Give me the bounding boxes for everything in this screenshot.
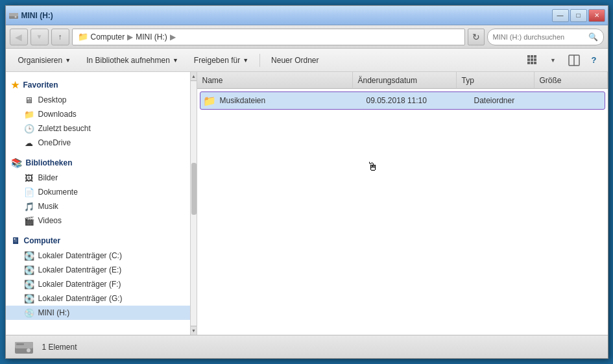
file-area: Name Änderungsdatum Typ Größe 📁 Musikdat… (197, 72, 608, 335)
sidebar-item-recent[interactable]: 🕒 Zuletzt besucht (6, 121, 197, 136)
svg-rect-11 (534, 62, 536, 64)
breadcrumb-part-computer: Computer (91, 32, 125, 42)
address-path[interactable]: 📁 Computer ▶ MINI (H:) ▶ (72, 29, 465, 45)
sidebar-item-drive-g[interactable]: 💽 Lokaler Datenträger (G:) (6, 291, 197, 306)
sidebar-item-desktop[interactable]: 🖥 Desktop (6, 93, 197, 107)
preview-icon (568, 55, 580, 66)
mouse-cursor: 🖱 (367, 160, 379, 174)
sidebar-item-onedrive[interactable]: ☁ OneDrive (6, 136, 197, 150)
status-count: 1 Element (42, 343, 77, 352)
recent-label: Zuletzt besucht (38, 124, 91, 133)
documents-icon: 📄 (24, 187, 34, 197)
downloads-label: Downloads (38, 110, 77, 119)
col-header-name[interactable]: Name (197, 72, 353, 88)
maximize-button[interactable]: □ (570, 9, 587, 22)
drive-c-icon: 💽 (24, 250, 34, 261)
back-button[interactable]: ◀ (10, 29, 28, 45)
file-list: 📁 Musikdateien 09.05.2018 11:10 Dateiord… (197, 89, 608, 335)
address-bar: ◀ ▼ ↑ 📁 Computer ▶ MINI (H:) ▶ ↻ 🔍 (6, 25, 608, 49)
col-header-date[interactable]: Änderungsdatum (353, 72, 457, 88)
videos-label: Videos (38, 216, 62, 225)
folder-icon-musikdateien: 📁 (203, 95, 216, 107)
status-bar: 1 Element (6, 335, 608, 358)
minimize-button[interactable]: — (552, 9, 569, 22)
search-box[interactable]: 🔍 (487, 29, 604, 45)
breadcrumb-arrow-2: ▶ (170, 32, 176, 42)
new-folder-button[interactable]: Neuer Ordner (264, 51, 326, 69)
svg-rect-3 (527, 55, 530, 58)
computer-header[interactable]: 🖥 Computer (6, 233, 197, 249)
main-content: ★ Favoriten 🖥 Desktop 📁 Downloads 🕒 Zule… (6, 72, 608, 335)
sidebar-item-drive-f[interactable]: 💽 Lokaler Datenträger (F:) (6, 277, 197, 291)
search-input[interactable] (493, 33, 586, 41)
favorites-label: Favoriten (23, 80, 58, 90)
file-name-musikdateien: Musikdateien (220, 96, 363, 105)
svg-rect-8 (534, 58, 536, 61)
share-label: Freigeben für (194, 56, 240, 65)
libraries-label: Bibliotheken (26, 158, 73, 167)
drive-e-label: Lokaler Datenträger (E:) (38, 265, 122, 274)
toolbar: Organisieren ▼ In Bibliothek aufnehmen ▼… (6, 49, 608, 72)
computer-header-icon: 🖥 (11, 236, 20, 246)
toolbar-separator (259, 54, 260, 67)
search-icon: 🔍 (588, 32, 598, 42)
music-label: Musik (38, 202, 58, 211)
file-type-musikdateien: Dateiordner (474, 96, 552, 105)
sidebar-item-documents[interactable]: 📄 Dokumente (6, 185, 197, 199)
drive-status-icon (14, 338, 34, 356)
svg-point-17 (27, 348, 30, 352)
status-drive-icon (14, 338, 34, 356)
forward-button[interactable]: ▼ (30, 29, 49, 45)
breadcrumb-arrow-1: ▶ (127, 32, 133, 42)
sidebar-scrollbar-track[interactable]: ▲ ▼ (190, 72, 197, 335)
sidebar-item-drive-h[interactable]: 💿 MINI (H:) (6, 306, 197, 320)
drive-h-icon: 💿 (24, 308, 34, 318)
computer-label: Computer (24, 236, 61, 245)
file-item-musikdateien[interactable]: 📁 Musikdateien 09.05.2018 11:10 Dateiord… (200, 91, 605, 110)
libraries-icon: 📚 (11, 158, 22, 168)
breadcrumb-part-drive: MINI (H:) (136, 32, 167, 42)
svg-rect-7 (531, 58, 533, 61)
view-options-button[interactable] (523, 52, 542, 69)
drive-e-icon: 💽 (24, 265, 34, 275)
sidebar-item-music[interactable]: 🎵 Musik (6, 199, 197, 213)
drive-c-label: Lokaler Datenträger (C:) (38, 251, 122, 260)
documents-label: Dokumente (38, 188, 78, 197)
close-button[interactable]: ✕ (588, 9, 605, 22)
preview-pane-button[interactable] (565, 52, 583, 69)
new-folder-label: Neuer Ordner (271, 56, 319, 65)
drive-g-label: Lokaler Datenträger (G:) (38, 294, 123, 303)
favorites-header[interactable]: ★ Favoriten (6, 77, 197, 93)
scrollbar-up-arrow[interactable]: ▲ (191, 72, 197, 81)
file-date-musikdateien: 09.05.2018 11:10 (367, 96, 470, 105)
organize-label: Organisieren (18, 56, 63, 65)
add-to-library-button[interactable]: In Bibliothek aufnehmen ▼ (79, 51, 186, 69)
recent-icon: 🕒 (24, 123, 34, 134)
col-header-size[interactable]: Größe (535, 72, 608, 88)
sidebar-item-drive-c[interactable]: 💽 Lokaler Datenträger (C:) (6, 249, 197, 263)
breadcrumb-folder-icon: 📁 (78, 32, 88, 42)
col-header-type[interactable]: Typ (457, 72, 535, 88)
share-button[interactable]: Freigeben für ▼ (187, 51, 256, 69)
refresh-button[interactable]: ↻ (468, 29, 485, 45)
sidebar-item-videos[interactable]: 🎬 Videos (6, 213, 197, 228)
help-button[interactable]: ? (586, 52, 603, 69)
scrollbar-thumb[interactable] (191, 163, 197, 215)
window-icon (8, 10, 19, 21)
sidebar-item-downloads[interactable]: 📁 Downloads (6, 107, 197, 121)
up-button[interactable]: ↑ (51, 29, 69, 45)
libraries-header[interactable]: 📚 Bibliotheken (6, 155, 197, 171)
share-arrow-icon: ▼ (243, 57, 248, 64)
scrollbar-down-arrow[interactable]: ▼ (191, 326, 197, 335)
sidebar: ★ Favoriten 🖥 Desktop 📁 Downloads 🕒 Zule… (6, 72, 197, 335)
drive-f-icon: 💽 (24, 279, 34, 289)
svg-rect-9 (527, 62, 530, 64)
desktop-icon: 🖥 (24, 95, 34, 105)
sidebar-item-pictures[interactable]: 🖼 Bilder (6, 171, 197, 185)
view-arrow-button[interactable]: ▼ (544, 52, 562, 69)
sidebar-item-drive-e[interactable]: 💽 Lokaler Datenträger (E:) (6, 263, 197, 277)
organize-button[interactable]: Organisieren ▼ (11, 51, 78, 69)
title-bar: MINI (H:) — □ ✕ (6, 6, 608, 25)
add-to-library-label: In Bibliothek aufnehmen (86, 56, 170, 65)
svg-rect-16 (16, 343, 24, 345)
